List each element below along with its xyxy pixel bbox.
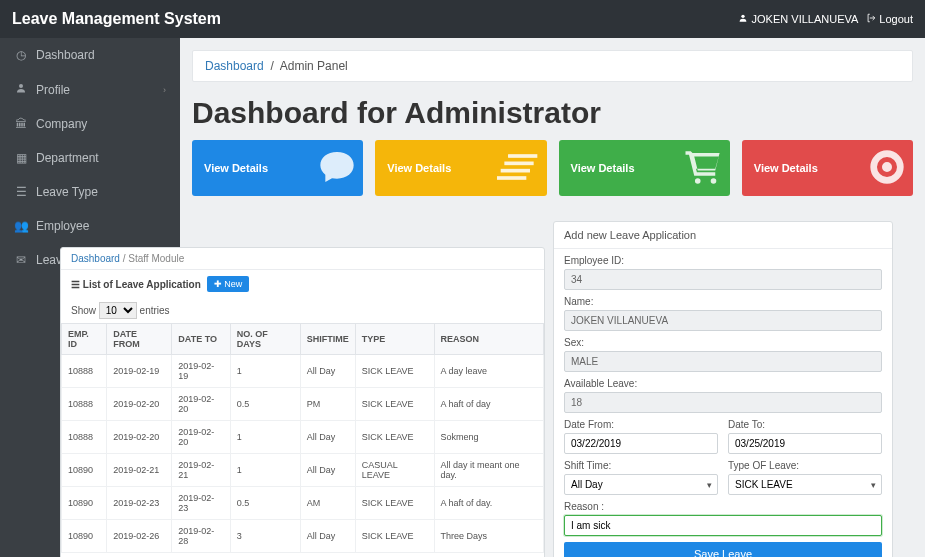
card-label: View Details <box>387 162 451 174</box>
label-emp-id: Employee ID: <box>564 255 882 266</box>
table-row[interactable]: 108882019-02-192019-02-191All DaySICK LE… <box>62 355 544 388</box>
card-label: View Details <box>204 162 268 174</box>
sidebar-item-label: Employee <box>36 219 89 233</box>
available-leave-field <box>564 392 882 413</box>
sidebar-item-label: Company <box>36 117 87 131</box>
column-header[interactable]: EMP. ID <box>62 324 107 355</box>
label-reason: Reason : <box>564 501 882 512</box>
svg-point-1 <box>19 84 23 88</box>
shift-select[interactable]: All Day <box>564 474 718 495</box>
card-label: View Details <box>571 162 635 174</box>
breadcrumb-root[interactable]: Dashboard <box>205 59 264 73</box>
label-date-from: Date From: <box>564 419 718 430</box>
form-title: Add new Leave Application <box>554 222 892 249</box>
logout-button[interactable]: Logout <box>866 13 913 25</box>
column-header[interactable]: DATE FROM <box>107 324 172 355</box>
employee-id-field <box>564 269 882 290</box>
brand-title: Leave Management System <box>12 10 221 28</box>
sidebar-item-department[interactable]: ▦ Department <box>0 141 180 175</box>
card-yellow[interactable]: View Details <box>375 140 546 196</box>
date-to-field[interactable] <box>728 433 882 454</box>
column-header[interactable]: NO. OF DAYS <box>230 324 300 355</box>
label-sex: Sex: <box>564 337 882 348</box>
table-row[interactable]: 108882019-02-202019-02-201All DaySICK LE… <box>62 421 544 454</box>
leave-table: EMP. IDDATE FROMDATE TONO. OF DAYSSHIFTI… <box>61 323 544 553</box>
panel-title: ☰ List of Leave Application <box>71 279 201 290</box>
sidebar-item-label: Leave Type <box>36 185 98 199</box>
name-field <box>564 310 882 331</box>
table-row[interactable]: 108902019-02-232019-02-230.5AMSICK LEAVE… <box>62 487 544 520</box>
card-label: View Details <box>754 162 818 174</box>
card-blue[interactable]: View Details <box>192 140 363 196</box>
leave-type-select[interactable]: SICK LEAVE <box>728 474 882 495</box>
sex-field <box>564 351 882 372</box>
save-button[interactable]: Save Leave <box>564 542 882 557</box>
sidebar-item-label: Dashboard <box>36 48 95 62</box>
svg-point-0 <box>741 15 744 18</box>
user-icon <box>14 82 28 97</box>
chat-icon <box>317 147 357 189</box>
column-header[interactable]: DATE TO <box>172 324 231 355</box>
panel-header: ☰ List of Leave Application ✚ New <box>61 270 544 298</box>
users-icon: 👥 <box>14 219 28 233</box>
column-header[interactable]: TYPE <box>355 324 434 355</box>
breadcrumb-current: Admin Panel <box>280 59 348 73</box>
table-row[interactable]: 108902019-02-212019-02-211All DayCASUAL … <box>62 454 544 487</box>
leave-form-panel: Add new Leave Application Employee ID: N… <box>553 221 893 557</box>
table-info: Showing 1 to 6 of 6 entries <box>61 553 544 557</box>
top-bar: Leave Management System JOKEN VILLANUEVA… <box>0 0 925 38</box>
column-header[interactable]: SHIFTIME <box>300 324 355 355</box>
label-available: Available Leave: <box>564 378 882 389</box>
sidebar-item-label: Profile <box>36 83 70 97</box>
column-header[interactable]: REASON <box>434 324 544 355</box>
sidebar-item-dashboard[interactable]: ◷ Dashboard <box>0 38 180 72</box>
card-red[interactable]: View Details <box>742 140 913 196</box>
user-icon <box>738 13 748 25</box>
table-row[interactable]: 108882019-02-202019-02-200.5PMSICK LEAVE… <box>62 388 544 421</box>
sidebar-item-profile[interactable]: Profile › <box>0 72 180 107</box>
date-from-field[interactable] <box>564 433 718 454</box>
svg-point-2 <box>695 178 701 184</box>
label-name: Name: <box>564 296 882 307</box>
cart-icon <box>682 146 724 190</box>
grid-icon: ▦ <box>14 151 28 165</box>
label-date-to: Date To: <box>728 419 882 430</box>
breadcrumb: Dashboard / Admin Panel <box>192 50 913 82</box>
calendar-icon: ✉ <box>14 253 28 267</box>
card-green[interactable]: View Details <box>559 140 730 196</box>
logout-icon <box>866 13 876 25</box>
svg-point-3 <box>710 178 716 184</box>
sidebar-item-employee[interactable]: 👥 Employee <box>0 209 180 243</box>
leave-list-panel: Dashboard / Staff Module ☰ List of Leave… <box>60 247 545 557</box>
new-button[interactable]: ✚ New <box>207 276 250 292</box>
sidebar-item-label: Department <box>36 151 99 165</box>
list-icon: ☰ <box>14 185 28 199</box>
sidebar-item-company[interactable]: 🏛 Company <box>0 107 180 141</box>
table-row[interactable]: 108902019-02-262019-02-283All DaySICK LE… <box>62 520 544 553</box>
entries-select[interactable]: 10 <box>99 302 137 319</box>
page-title: Dashboard for Administrator <box>192 96 913 130</box>
label-type: Type OF Leave: <box>728 460 882 471</box>
sidebar-item-leave-type[interactable]: ☰ Leave Type <box>0 175 180 209</box>
lifebuoy-icon <box>867 147 907 189</box>
label-shift: Shift Time: <box>564 460 718 471</box>
dashboard-cards: View Details View Details View Details V… <box>192 140 913 196</box>
current-user[interactable]: JOKEN VILLANUEVA <box>738 13 859 25</box>
building-icon: 🏛 <box>14 117 28 131</box>
lines-icon <box>497 145 541 191</box>
dashboard-icon: ◷ <box>14 48 28 62</box>
reason-field[interactable] <box>564 515 882 536</box>
panel-breadcrumb: Dashboard / Staff Module <box>61 248 544 270</box>
chevron-right-icon: › <box>163 85 166 95</box>
table-length-control: Show 10 entries <box>61 298 544 323</box>
